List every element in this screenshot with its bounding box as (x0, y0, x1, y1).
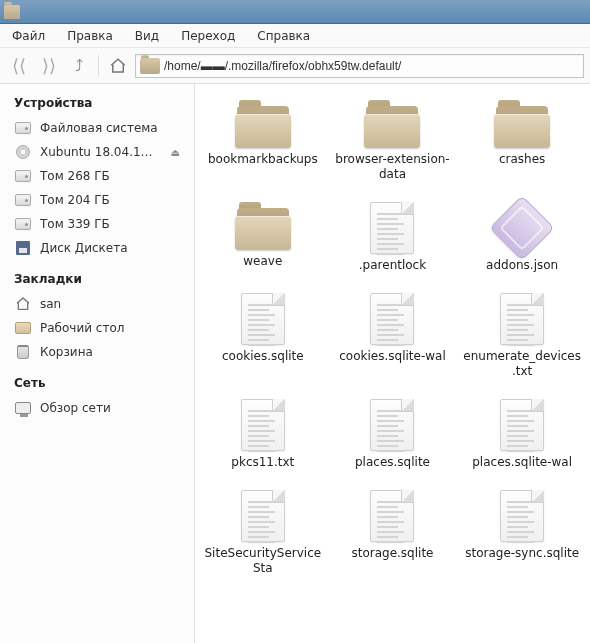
path-input[interactable] (164, 59, 579, 73)
file-label: weave (243, 254, 282, 269)
menubar: Файл Правка Вид Переход Справка (0, 24, 590, 48)
file-icon (370, 293, 414, 345)
file-item[interactable]: cookies.sqlite (201, 291, 325, 381)
forward-icon: ⟩⟩ (42, 57, 56, 75)
toolbar: ⟨⟨ ⟩⟩ ⤴ (0, 48, 590, 84)
file-icon (500, 490, 544, 542)
file-item[interactable]: places.sqlite-wal (460, 397, 584, 472)
bookmarks-item[interactable]: san (0, 292, 194, 316)
sidebar-item-label: Том 204 ГБ (40, 193, 180, 207)
sidebar-item-label: Корзина (40, 345, 180, 359)
devices-item[interactable]: Диск Дискета (0, 236, 194, 260)
sidebar-item-label: Том 268 ГБ (40, 169, 180, 183)
home-icon (14, 295, 32, 313)
file-label: browser-extension-data (333, 152, 453, 182)
addressbar[interactable] (135, 54, 584, 78)
folder-item[interactable]: weave (201, 200, 325, 275)
drive-icon (14, 119, 32, 137)
file-label: pkcs11.txt (231, 455, 294, 470)
back-button[interactable]: ⟨⟨ (6, 53, 32, 79)
folder-item[interactable]: bookmarkbackups (201, 98, 325, 184)
section-bookmarks: Закладки (0, 268, 194, 292)
file-pane[interactable]: bookmarkbackupsbrowser-extension-datacra… (195, 84, 590, 643)
menu-go[interactable]: Переход (175, 27, 241, 45)
home-button[interactable] (105, 53, 131, 79)
network-icon (14, 399, 32, 417)
devices-item[interactable]: Том 339 ГБ (0, 212, 194, 236)
file-label: SiteSecurityServiceSta (203, 546, 323, 576)
toolbar-separator (98, 55, 99, 77)
file-label: places.sqlite-wal (472, 455, 572, 470)
menu-help[interactable]: Справка (251, 27, 316, 45)
file-label: places.sqlite (355, 455, 430, 470)
file-label: storage.sqlite (351, 546, 433, 561)
sidebar: Устройства Файловая системаXubuntu 18.04… (0, 84, 195, 643)
cd-icon (14, 143, 32, 161)
floppy-icon (14, 239, 32, 257)
file-icon (370, 399, 414, 451)
sidebar-item-label: Рабочий стол (40, 321, 180, 335)
menu-file[interactable]: Файл (6, 27, 51, 45)
drive-icon (14, 191, 32, 209)
file-icon (241, 490, 285, 542)
file-label: enumerate_devices.txt (462, 349, 582, 379)
sidebar-item-label: san (40, 297, 180, 311)
file-label: crashes (499, 152, 545, 167)
file-item[interactable]: pkcs11.txt (201, 397, 325, 472)
folder-item[interactable]: crashes (460, 98, 584, 184)
folder-icon (362, 100, 422, 148)
folder-icon (233, 100, 293, 148)
up-button[interactable]: ⤴ (66, 53, 92, 79)
file-item[interactable]: storage.sqlite (331, 488, 455, 578)
drive-icon (14, 215, 32, 233)
file-item[interactable]: places.sqlite (331, 397, 455, 472)
titlebar (0, 0, 590, 24)
up-icon: ⤴ (75, 56, 83, 75)
file-label: cookies.sqlite-wal (339, 349, 445, 364)
sidebar-item-label: Файловая система (40, 121, 180, 135)
file-icon (370, 490, 414, 542)
sidebar-item-label: Диск Дискета (40, 241, 180, 255)
file-label: addons.json (486, 258, 558, 273)
file-item[interactable]: enumerate_devices.txt (460, 291, 584, 381)
file-icon (241, 399, 285, 451)
home-icon (109, 57, 127, 75)
trash-icon (14, 343, 32, 361)
file-item[interactable]: addons.json (460, 200, 584, 275)
eject-icon[interactable]: ⏏ (171, 147, 180, 158)
sidebar-item-label: Xubuntu 18.04.1… (40, 145, 163, 159)
menu-view[interactable]: Вид (129, 27, 165, 45)
file-icon (370, 202, 414, 254)
forward-button[interactable]: ⟩⟩ (36, 53, 62, 79)
section-network: Сеть (0, 372, 194, 396)
desktop-icon (14, 319, 32, 337)
file-icon (500, 399, 544, 451)
devices-item[interactable]: Том 268 ГБ (0, 164, 194, 188)
file-label: storage-sync.sqlite (465, 546, 579, 561)
network-item[interactable]: Обзор сети (0, 396, 194, 420)
file-grid: bookmarkbackupsbrowser-extension-datacra… (201, 98, 584, 578)
devices-item[interactable]: Файловая система (0, 116, 194, 140)
file-item[interactable]: storage-sync.sqlite (460, 488, 584, 578)
file-item[interactable]: SiteSecurityServiceSta (201, 488, 325, 578)
back-icon: ⟨⟨ (12, 57, 26, 75)
file-label: bookmarkbackups (208, 152, 318, 167)
file-item[interactable]: cookies.sqlite-wal (331, 291, 455, 381)
section-devices: Устройства (0, 92, 194, 116)
folder-item[interactable]: browser-extension-data (331, 98, 455, 184)
devices-item[interactable]: Том 204 ГБ (0, 188, 194, 212)
bookmarks-item[interactable]: Корзина (0, 340, 194, 364)
folder-icon (140, 58, 160, 74)
menu-edit[interactable]: Правка (61, 27, 119, 45)
drive-icon (14, 167, 32, 185)
sidebar-item-label: Обзор сети (40, 401, 180, 415)
file-label: .parentlock (359, 258, 426, 273)
addon-icon (490, 195, 555, 260)
file-item[interactable]: .parentlock (331, 200, 455, 275)
file-icon (241, 293, 285, 345)
bookmarks-item[interactable]: Рабочий стол (0, 316, 194, 340)
devices-item[interactable]: Xubuntu 18.04.1…⏏ (0, 140, 194, 164)
folder-icon (4, 5, 20, 19)
sidebar-item-label: Том 339 ГБ (40, 217, 180, 231)
file-icon (500, 293, 544, 345)
